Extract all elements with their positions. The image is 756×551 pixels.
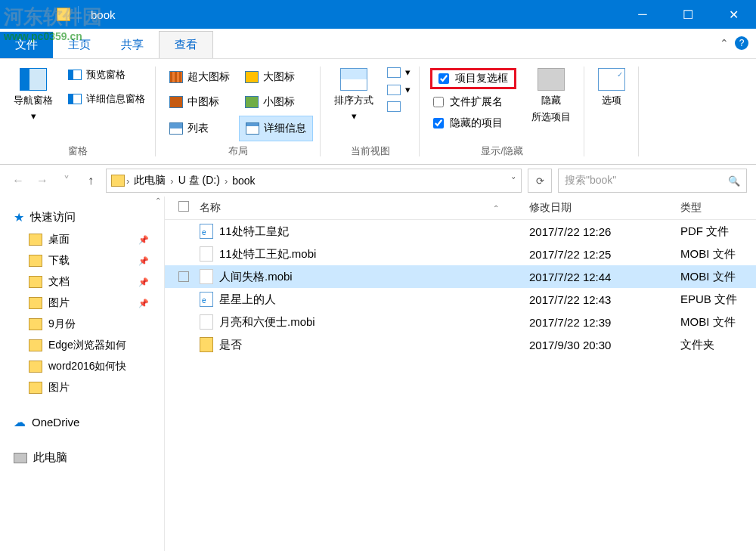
- search-box[interactable]: 搜索"book" 🔍: [558, 169, 747, 193]
- hidden-items-option[interactable]: 隐藏的项目: [430, 115, 516, 132]
- close-button[interactable]: ✕: [711, 0, 756, 29]
- pin-icon: 📌: [138, 235, 149, 245]
- sort-button[interactable]: 排序方式 ▾: [328, 65, 380, 141]
- file-date: 2017/7/22 12:39: [529, 316, 680, 329]
- details-icon: [246, 122, 259, 135]
- forward-button[interactable]: →: [33, 172, 51, 190]
- folder-icon: [29, 339, 42, 351]
- scroll-up-icon[interactable]: ⌃: [155, 197, 163, 204]
- file-row[interactable]: 星星上的人2017/7/22 12:43EPUB 文件: [165, 288, 756, 311]
- options-icon: [598, 68, 625, 91]
- file-name: 11处特工王妃.mobi: [219, 247, 316, 262]
- collapse-ribbon-icon[interactable]: ⌃: [720, 37, 729, 49]
- refresh-button[interactable]: ⟳: [528, 169, 552, 193]
- navigation-pane-icon: [20, 68, 47, 91]
- file-row[interactable]: 人间失格.mobi2017/7/22 12:44MOBI 文件: [165, 265, 756, 288]
- breadcrumb-this-pc[interactable]: 此电脑: [131, 174, 169, 187]
- titlebar: book ─ ☐ ✕: [0, 0, 756, 29]
- layout-details[interactable]: 详细信息: [239, 116, 313, 141]
- hidden-items-checkbox[interactable]: [433, 118, 444, 128]
- file-row[interactable]: 是否2017/9/30 20:30文件夹: [165, 333, 756, 356]
- sidebar-item[interactable]: Edge浏览器如何: [0, 335, 164, 356]
- column-name[interactable]: 名称 ⌃: [195, 201, 529, 215]
- layout-small[interactable]: 小图标: [239, 91, 313, 115]
- preview-pane-button[interactable]: 预览窗格: [65, 65, 148, 85]
- group-by-button[interactable]: ▾: [386, 65, 412, 79]
- medium-icon: [169, 96, 183, 108]
- layout-large[interactable]: 大图标: [239, 65, 313, 89]
- sidebar-item-label: 下载: [48, 254, 70, 268]
- tab-file[interactable]: 文件: [0, 32, 53, 58]
- ribbon-group-options: 选项: [584, 59, 639, 164]
- sidebar-item[interactable]: 图片: [0, 377, 164, 398]
- sidebar-item-label: 桌面: [48, 233, 70, 246]
- file-type: EPUB 文件: [680, 293, 756, 307]
- sidebar-quick-access[interactable]: ★ 快速访问: [0, 206, 164, 229]
- file-name: 是否: [219, 338, 242, 352]
- tab-share[interactable]: 共享: [106, 32, 159, 58]
- sidebar-onedrive[interactable]: ☁ OneDrive: [0, 410, 164, 434]
- breadcrumb-book[interactable]: book: [229, 175, 258, 187]
- recent-dropdown[interactable]: ˅: [57, 172, 76, 190]
- file-type: MOBI 文件: [680, 315, 756, 330]
- extra-large-icon: [169, 71, 183, 83]
- sort-icon: [340, 68, 367, 91]
- search-placeholder: 搜索"book": [565, 174, 728, 187]
- breadcrumb-usb[interactable]: U 盘 (D:): [175, 174, 223, 187]
- breadcrumb-dropdown-icon[interactable]: ˅: [511, 175, 516, 187]
- file-row[interactable]: 月亮和六便士.mobi2017/7/22 12:39MOBI 文件: [165, 311, 756, 333]
- pin-icon: 📌: [138, 256, 149, 266]
- ribbon-group-panes: 导航窗格 ▾ 预览窗格 详细信息窗格 窗格: [0, 59, 156, 164]
- tab-view[interactable]: 查看: [159, 31, 213, 58]
- mobi-icon: [200, 246, 213, 262]
- folder-icon: [29, 234, 42, 246]
- sidebar-this-pc[interactable]: 此电脑: [0, 446, 164, 469]
- sidebar-item[interactable]: 桌面📌: [0, 229, 164, 250]
- layout-list[interactable]: 列表: [163, 116, 236, 141]
- star-icon: ★: [14, 210, 24, 224]
- file-date: 2017/7/22 12:26: [529, 225, 680, 238]
- up-button[interactable]: ↑: [82, 172, 100, 190]
- file-extensions-checkbox[interactable]: [433, 97, 444, 107]
- size-columns-button[interactable]: [386, 100, 412, 113]
- sidebar-item[interactable]: 9月份: [0, 314, 164, 335]
- search-icon[interactable]: 🔍: [728, 175, 740, 187]
- mobi-icon: [200, 269, 213, 284]
- help-button[interactable]: ?: [735, 36, 748, 50]
- ribbon-group-layout: 超大图标 大图标 中图标 小图标 列表 详细信息 布局: [156, 59, 321, 164]
- file-date: 2017/7/22 12:25: [529, 248, 680, 261]
- file-extensions-option[interactable]: 文件扩展名: [430, 94, 516, 110]
- navigation-pane-button[interactable]: 导航窗格 ▾: [8, 65, 59, 141]
- file-row[interactable]: 11处特工皇妃2017/7/22 12:26PDF 文件: [165, 220, 756, 243]
- group-icon: [387, 67, 401, 78]
- sidebar-item[interactable]: 下载📌: [0, 250, 164, 271]
- chevron-down-icon: ▾: [405, 67, 411, 78]
- file-date: 2017/7/22 12:44: [529, 271, 680, 283]
- details-pane-button[interactable]: 详细信息窗格: [65, 89, 148, 109]
- minimize-button[interactable]: ─: [620, 0, 665, 29]
- maximize-button[interactable]: ☐: [665, 0, 711, 29]
- add-column-button[interactable]: ▾: [386, 82, 412, 97]
- layout-extra-large[interactable]: 超大图标: [163, 65, 236, 89]
- tab-home[interactable]: 主页: [53, 32, 106, 58]
- sidebar-item[interactable]: 图片📌: [0, 293, 164, 314]
- row-checkbox[interactable]: [178, 271, 189, 282]
- sidebar-item[interactable]: word2016如何快: [0, 356, 164, 377]
- sidebar-item[interactable]: 文档📌: [0, 271, 164, 293]
- hide-selected-button[interactable]: 隐藏 所选项目: [525, 65, 577, 141]
- layout-medium[interactable]: 中图标: [163, 91, 236, 115]
- item-checkboxes-option[interactable]: 项目复选框: [435, 70, 511, 87]
- ribbon-group-current-view: 排序方式 ▾ ▾ ▾ 当前视图: [321, 59, 420, 164]
- file-header: 名称 ⌃ 修改日期 类型: [165, 197, 756, 220]
- onedrive-icon: ☁: [14, 415, 26, 429]
- column-date[interactable]: 修改日期: [529, 201, 680, 215]
- breadcrumb[interactable]: › 此电脑 › U 盘 (D:) › book ˅: [106, 169, 522, 193]
- ribbon-group-show-hide: 项目复选框 文件扩展名 隐藏的项目 隐藏 所选项目 显示/隐藏: [420, 59, 584, 164]
- select-all-checkbox[interactable]: [178, 201, 189, 212]
- column-type[interactable]: 类型: [680, 201, 756, 215]
- file-row[interactable]: 11处特工王妃.mobi2017/7/22 12:25MOBI 文件: [165, 243, 756, 265]
- item-checkboxes-checkbox[interactable]: [438, 73, 449, 84]
- pin-icon: 📌: [138, 277, 149, 287]
- back-button[interactable]: ←: [9, 172, 27, 190]
- options-button[interactable]: 选项: [592, 65, 631, 161]
